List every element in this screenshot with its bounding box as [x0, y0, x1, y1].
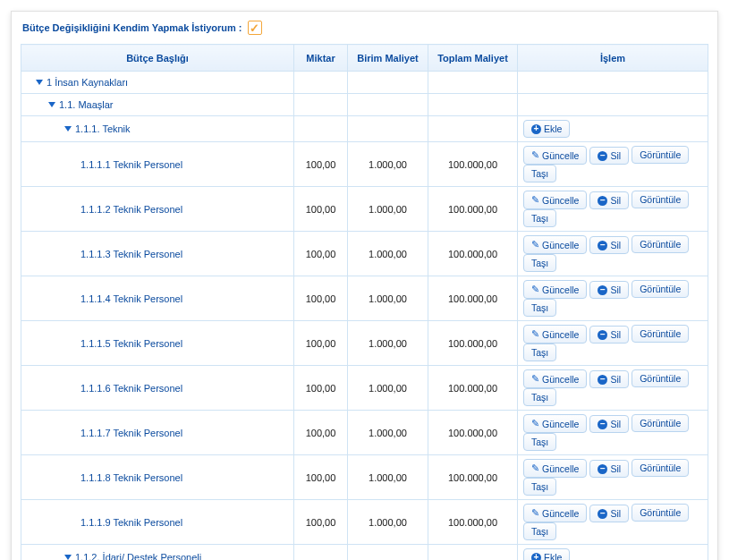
tree-node[interactable]: 1.1. Maaşlar: [29, 99, 286, 110]
tree-node: 1.1.1.8 Teknik Personel: [29, 472, 286, 483]
update-button-label: Güncelle: [542, 329, 579, 340]
tree-node: 1.1.1.6 Teknik Personel: [29, 383, 286, 394]
move-button[interactable]: Taşı: [523, 209, 556, 227]
move-button[interactable]: Taşı: [523, 478, 556, 496]
cell-qty: 100,00: [294, 500, 348, 545]
add-button-label: Ekle: [544, 552, 562, 560]
table-row: 1.1. Maaşlar: [21, 94, 708, 116]
cell-total: 100.000,00: [428, 411, 518, 455]
add-button-label: Ekle: [544, 123, 562, 134]
tree-node: 1.1.1.2 Teknik Personel: [29, 204, 286, 215]
tree-node[interactable]: 1 İnsan Kaynakları: [29, 77, 286, 88]
move-button[interactable]: Taşı: [523, 433, 556, 451]
view-button[interactable]: Görüntüle: [632, 280, 689, 298]
move-button[interactable]: Taşı: [523, 299, 556, 317]
delete-button[interactable]: −Sil: [589, 326, 629, 344]
cell-unit: 1.000,00: [348, 142, 428, 187]
row-title-cell: 1.1.1.4 Teknik Personel: [21, 276, 294, 321]
row-label: 1.1.1.5 Teknik Personel: [81, 338, 182, 349]
move-button[interactable]: Taşı: [523, 344, 556, 361]
view-button[interactable]: Görüntüle: [632, 235, 689, 253]
pencil-icon: ✎: [531, 239, 539, 250]
view-button[interactable]: Görüntüle: [632, 325, 689, 343]
cell-actions: [518, 72, 708, 94]
view-button-label: Görüntüle: [640, 149, 681, 160]
tree-node[interactable]: 1.1.2. İdari/ Destek Personeli: [29, 552, 286, 560]
view-button[interactable]: Görüntüle: [632, 146, 689, 164]
row-label: 1.1.1.6 Teknik Personel: [81, 383, 182, 394]
view-button[interactable]: Görüntüle: [632, 369, 689, 387]
chevron-down-icon[interactable]: [64, 555, 72, 560]
cell-qty: 100,00: [294, 276, 348, 321]
cell-unit: 1.000,00: [348, 455, 428, 500]
delete-button-label: Sil: [610, 419, 621, 429]
cell-actions: ✎Güncelle−SilGörüntüleTaşı: [518, 232, 708, 276]
move-button[interactable]: Taşı: [523, 388, 556, 406]
update-button[interactable]: ✎Güncelle: [523, 504, 587, 522]
update-button-label: Güncelle: [542, 195, 579, 206]
cell-total: [428, 94, 518, 116]
cell-total: 100.000,00: [428, 455, 518, 500]
cell-actions: [518, 94, 708, 116]
update-button[interactable]: ✎Güncelle: [523, 459, 587, 478]
cell-qty: [294, 116, 348, 142]
delete-button[interactable]: −Sil: [589, 370, 629, 388]
table-row: 1.1.1.1 Teknik Personel100,001.000,00100…: [21, 142, 708, 187]
tree-node: 1.1.1.3 Teknik Personel: [29, 249, 286, 259]
delete-button[interactable]: −Sil: [589, 505, 629, 522]
cell-actions: ✎Güncelle−SilGörüntüleTaşı: [518, 411, 708, 455]
table-row: 1.1.1.6 Teknik Personel100,001.000,00100…: [21, 366, 708, 411]
chevron-down-icon[interactable]: [36, 80, 43, 85]
row-title-cell: 1.1.2. İdari/ Destek Personeli: [21, 545, 294, 561]
chevron-down-icon[interactable]: [64, 126, 72, 132]
plus-icon: +: [531, 124, 541, 134]
cell-qty: [294, 72, 348, 94]
tree-node[interactable]: 1.1.1. Teknik: [29, 123, 286, 134]
cell-qty: 100,00: [294, 366, 348, 411]
move-button[interactable]: Taşı: [523, 165, 556, 182]
move-button-label: Taşı: [531, 526, 548, 537]
update-button[interactable]: ✎Güncelle: [523, 280, 587, 299]
row-label: 1.1.1. Teknik: [75, 123, 131, 134]
add-button[interactable]: +Ekle: [523, 548, 570, 560]
add-button[interactable]: +Ekle: [523, 120, 570, 138]
row-title-cell: 1 İnsan Kaynakları: [21, 72, 294, 94]
view-button[interactable]: Görüntüle: [632, 191, 689, 208]
view-button[interactable]: Görüntüle: [632, 504, 689, 522]
cell-qty: 100,00: [294, 142, 348, 187]
delete-button[interactable]: −Sil: [589, 415, 629, 433]
cell-unit: 1.000,00: [348, 321, 428, 366]
view-button[interactable]: Görüntüle: [632, 459, 689, 477]
update-button[interactable]: ✎Güncelle: [523, 235, 587, 254]
row-label: 1.1. Maaşlar: [59, 99, 114, 110]
pencil-icon: ✎: [531, 507, 539, 519]
update-button[interactable]: ✎Güncelle: [523, 146, 587, 165]
move-button-label: Taşı: [531, 168, 548, 179]
cell-qty: 100,00: [294, 411, 348, 455]
move-button[interactable]: Taşı: [523, 522, 556, 540]
delete-button[interactable]: −Sil: [589, 460, 629, 478]
plus-icon: +: [531, 553, 541, 561]
update-button[interactable]: ✎Güncelle: [523, 325, 587, 344]
update-button[interactable]: ✎Güncelle: [523, 191, 587, 209]
delete-button[interactable]: −Sil: [589, 236, 629, 254]
delete-button[interactable]: −Sil: [589, 147, 629, 165]
delete-button[interactable]: −Sil: [589, 191, 629, 209]
pencil-icon: ✎: [531, 462, 539, 474]
cell-total: 100.000,00: [428, 500, 518, 545]
update-button[interactable]: ✎Güncelle: [523, 369, 587, 388]
delete-button[interactable]: −Sil: [589, 281, 629, 299]
cell-qty: 100,00: [294, 455, 348, 500]
row-title-cell: 1.1.1.7 Teknik Personel: [21, 411, 294, 455]
cell-unit: [348, 545, 428, 561]
chevron-down-icon[interactable]: [48, 102, 55, 107]
cell-actions: ✎Güncelle−SilGörüntüleTaşı: [518, 366, 708, 411]
self-change-checkbox[interactable]: ✓: [248, 21, 262, 35]
view-button[interactable]: Görüntüle: [632, 414, 689, 432]
cell-total: 100.000,00: [428, 187, 518, 232]
cell-total: [428, 545, 518, 561]
update-button[interactable]: ✎Güncelle: [523, 414, 587, 433]
update-button-label: Güncelle: [542, 374, 579, 385]
table-row: 1.1.1.7 Teknik Personel100,001.000,00100…: [21, 411, 708, 455]
move-button[interactable]: Taşı: [523, 254, 556, 272]
